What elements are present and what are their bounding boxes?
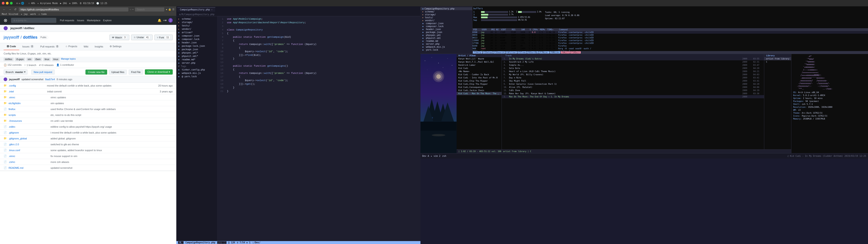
tree-item-schema[interactable]: ▸ schema/	[176, 17, 217, 21]
artist-item[interactable]: Kid Cudi	[457, 67, 502, 70]
artist-item-selected[interactable]: Kid Cudi - Man On The Moon: The End Of D…	[457, 92, 502, 95]
htop-f10[interactable]: F10Quit	[570, 51, 581, 54]
col-time[interactable]: TIME+	[547, 28, 559, 31]
releases-count[interactable]: 🏷 0 releases	[39, 64, 54, 66]
tag-i3-gaps[interactable]: i3-gaps	[15, 58, 25, 61]
contributors-count[interactable]: 👤 1 contributor	[56, 63, 74, 66]
tab-code[interactable]: ⚅ Code	[4, 43, 19, 50]
htop-f3[interactable]: F3Search	[493, 51, 505, 54]
tree-item-storage[interactable]: ▸ storage/	[176, 21, 217, 24]
branch-selector[interactable]: Branch: master ▾	[4, 69, 28, 74]
ext-icon2[interactable]: 🔒	[168, 8, 171, 11]
code-content[interactable]: use App\Models\Campaign; use App\Reposit…	[225, 16, 421, 241]
tree-item-server[interactable]: ◈ server.php	[176, 61, 217, 65]
file-name-firefox[interactable]: firefox	[8, 108, 49, 111]
col-cmd[interactable]: Command	[559, 28, 867, 31]
file-name-readme[interactable]: README.md	[8, 166, 49, 169]
htop-f6[interactable]: F6SortBy	[527, 51, 539, 54]
rft-readme[interactable]: ◈ readme.md	[421, 39, 472, 42]
process-row[interactable]: 8268jay 200 421M210M8K S0.01.3 4:28.51 f…	[472, 44, 868, 47]
new-pr-button[interactable]: New pull request	[31, 69, 55, 74]
manage-topics-link[interactable]: Manage topics	[61, 58, 76, 61]
process-row[interactable]: 8859jay 200 1591M266M140S S1.31.7 3:34.8…	[472, 34, 868, 36]
upload-files-button[interactable]: Upload files	[109, 69, 127, 74]
browser-icon[interactable]: 🌐	[21, 2, 24, 5]
tree-item-tinker[interactable]: ◈ tinker.config.php	[176, 68, 217, 71]
star-button[interactable]: ☆ Unstar 41	[131, 35, 153, 40]
tree-item-phpunit[interactable]: ◈ phpunit.xml*	[176, 55, 217, 58]
artist-item[interactable]: Kid Cudi - Cudder Is Back	[457, 73, 502, 76]
reload-button[interactable]: ↺	[13, 7, 18, 11]
artist-item[interactable]: Kid Cudi,Chip Tha Ripper	[457, 79, 502, 83]
artist-item[interactable]: Kendrick Lamar	[457, 63, 502, 67]
browser-search-input[interactable]	[135, 7, 164, 11]
file-name-gitignore[interactable]: .gitignore	[8, 131, 49, 134]
github-search-input[interactable]	[11, 18, 56, 23]
menu-icon[interactable]: ⋯	[132, 8, 134, 11]
branches-count[interactable]: ⑂ 1 branch	[24, 64, 36, 66]
htop-f9[interactable]: F9Kill	[561, 51, 570, 54]
taskbar-vim[interactable]: ▸ vim 2	[431, 155, 440, 157]
url-bar[interactable]	[19, 7, 128, 11]
rft-schema[interactable]: ▸ schema/	[421, 10, 472, 13]
process-row[interactable]: 968root 200 301M142M108M S0.00.9 6:15.79…	[472, 47, 868, 50]
notification-icon[interactable]: 🔔	[158, 19, 161, 22]
tab-issues[interactable]: Issues 0	[19, 43, 37, 50]
rft-storage[interactable]: ▸ storage/	[421, 13, 472, 16]
tree-item-phpspec[interactable]: ◈ phpspec.yml*	[176, 51, 217, 55]
artist-item[interactable]: Kid Cudi,Chip Tha Ripper	[457, 83, 502, 86]
col-pid[interactable]: PID	[473, 28, 481, 31]
finder-icon[interactable]: ⚙	[16, 2, 18, 5]
tree-item-composer-json[interactable]: ◈ composer.json	[176, 34, 217, 37]
rft-package-json[interactable]: ◈ package.json	[421, 31, 472, 34]
tree-item-readme[interactable]: ◈ readme.md*	[176, 58, 217, 61]
repo-name-link[interactable]: dotfiles	[23, 35, 37, 40]
tree-item-tests[interactable]: ▸ tests/	[176, 24, 217, 27]
editor-tab-campaign[interactable]: CampaignRepository.php ×	[177, 7, 215, 12]
col-cpu[interactable]: CPU%	[533, 28, 539, 31]
tag-dotfiles[interactable]: dotfiles	[4, 58, 13, 61]
bookmark-most-visited[interactable]: Most Visited	[2, 13, 18, 16]
htop-f2[interactable]: F2Setup	[483, 51, 493, 54]
tree-item-artisan[interactable]: ◈ artisan*	[176, 31, 217, 34]
col-ni[interactable]: NI	[496, 28, 501, 31]
htop-f7[interactable]: F7Nice-	[539, 51, 550, 54]
tree-item-package-json[interactable]: ◈ package.json	[176, 48, 217, 51]
bookmark-jay[interactable]: ✦ jay	[21, 13, 28, 16]
tree-item-header-json[interactable]: ◈ header.json	[176, 41, 217, 44]
process-row[interactable]: 8398 jay 20 0 216M 553M 162K S 8.0 3.5 6…	[472, 31, 868, 34]
rft-tests[interactable]: ▸ tests/	[421, 16, 472, 19]
tag-linux[interactable]: linux	[43, 58, 51, 61]
tab-insights[interactable]: Insights	[92, 43, 106, 50]
tree-item-yarn[interactable]: ◈ @ yarn.lock	[176, 75, 217, 78]
bookmark-todo[interactable]: ☐ todo	[38, 13, 46, 16]
file-name-xresources[interactable]: .Xresources	[8, 120, 49, 122]
track-item-playing[interactable]: 1. In My Dreams (Cudi's Outro) 2009 03:5…	[502, 57, 764, 60]
rft-header-json[interactable]: ◈ header.json	[421, 28, 472, 31]
file-name-scripts[interactable]: scripts	[8, 114, 49, 116]
traffic-light-yellow[interactable]	[6, 2, 8, 4]
rft-webpack[interactable]: ◈ webpack.mix.js	[421, 45, 472, 48]
mail-icon[interactable]: ✉	[19, 2, 20, 5]
add-icon[interactable]: +▾	[163, 19, 166, 22]
tab-settings[interactable]: ⚙ Settings	[106, 43, 125, 50]
rft-yarn[interactable]: ◈ yarn.lock	[421, 48, 472, 51]
repo-owner-link[interactable]: jayywolff	[4, 35, 19, 40]
rft-campaign-php[interactable]: ◈CampaignRepository.php	[421, 7, 472, 10]
track-item[interactable]: 7.Day n Nite 200903:41	[502, 76, 764, 79]
track-item[interactable]: 3.Simple As... 200903:47	[502, 63, 764, 67]
tag-tmux[interactable]: tmux	[52, 58, 60, 61]
process-row[interactable]: 17786jay 200 1855M210M131S S0.01.3 1:58.…	[472, 42, 868, 44]
library-item-artist[interactable]: artist from library	[764, 57, 791, 60]
rft-vendor[interactable]: ▸ vendor/	[421, 19, 472, 22]
tab-pull-requests[interactable]: Pull requests 0	[37, 43, 62, 50]
file-name-tmux[interactable]: .tmux.conf	[8, 149, 49, 152]
library-item-c[interactable]: C	[764, 60, 791, 63]
tag-vim[interactable]: vim	[26, 58, 33, 61]
track-item[interactable]: 2.Soundtrack 2 My Life 200902:31	[502, 60, 764, 63]
track-item[interactable]: 5.Heart of a Lion (KiD CuDi Theme Music)…	[502, 70, 764, 73]
nav-issues[interactable]: Issues	[77, 19, 84, 22]
track-item[interactable]: 11.CuDi Zone 200904:19	[502, 89, 764, 92]
file-name-zshrc[interactable]: .zshrc	[8, 161, 49, 163]
file-name-vimrc2[interactable]: .vimrc	[8, 155, 49, 157]
